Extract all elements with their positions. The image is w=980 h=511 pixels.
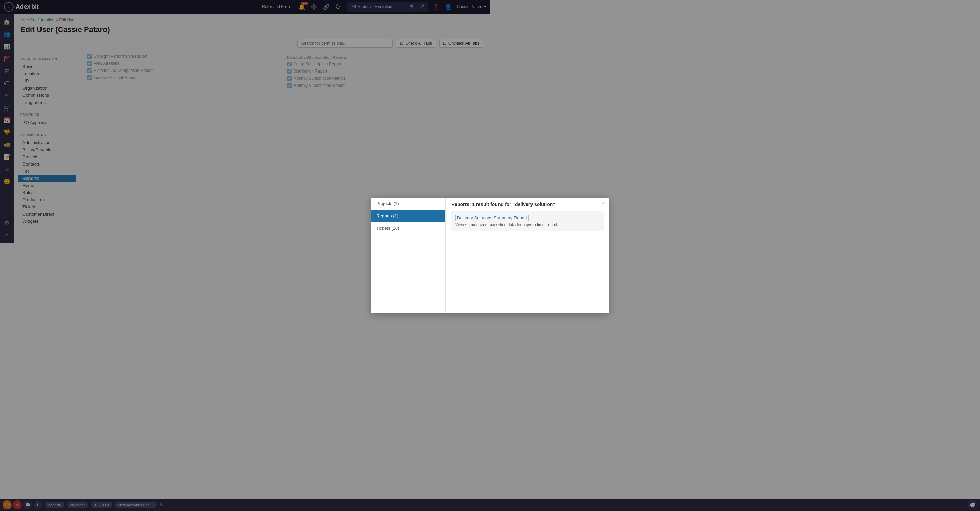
modal-result-item: Delivery Solutions Summary Report View s… bbox=[451, 211, 490, 231]
modal-tab-tickets-label: Tickets (18) bbox=[376, 225, 399, 231]
modal-tab-tickets[interactable]: Tickets (18) bbox=[371, 222, 445, 235]
modal-tab-reports-label: Reports (1) bbox=[376, 213, 398, 218]
modal-content-panel: × Reports: 1 result found for "delivery … bbox=[446, 198, 490, 256]
modal-title: Reports: 1 result found for "delivery so… bbox=[451, 202, 490, 207]
modal-tab-projects[interactable]: Projects (1) bbox=[371, 198, 445, 210]
result-description: View summarized marketing data for a giv… bbox=[455, 222, 490, 227]
modal-tab-reports[interactable]: Reports (1) bbox=[371, 210, 445, 222]
modal-tab-projects-label: Projects (1) bbox=[376, 201, 399, 206]
search-results-modal: Projects (1) Reports (1) Tickets (18) × … bbox=[371, 198, 490, 256]
delivery-solutions-link[interactable]: Delivery Solutions Summary Report bbox=[455, 215, 490, 221]
modal-tabs-panel: Projects (1) Reports (1) Tickets (18) bbox=[371, 198, 446, 256]
